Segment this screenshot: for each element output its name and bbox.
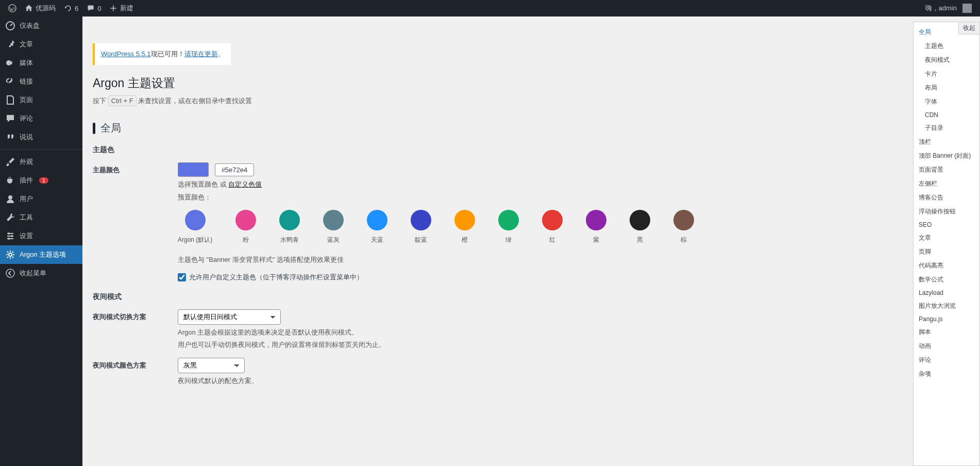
night-color-label: 夜间模式颜色方案 bbox=[93, 358, 178, 370]
sidebar-label: 外观 bbox=[20, 157, 33, 167]
user-menu[interactable]: 嗨，admin bbox=[921, 0, 976, 16]
allow-custom-checkbox[interactable] bbox=[178, 273, 186, 281]
toc-item[interactable]: 页脚 bbox=[914, 245, 979, 259]
swatch-label: 天蓝 bbox=[371, 236, 383, 244]
sidebar-item-wrench[interactable]: 工具 bbox=[0, 208, 82, 227]
toolbar-left: 优源码 6 0 新建 bbox=[4, 0, 138, 16]
toc-item[interactable]: 字体 bbox=[914, 95, 979, 109]
toc-item[interactable]: 杂项 bbox=[914, 367, 979, 381]
toc-item[interactable]: Pangu.js bbox=[914, 313, 979, 325]
color-swatch[interactable]: Argon (默认) bbox=[178, 210, 212, 244]
sidebar-item-settings[interactable]: 设置 bbox=[0, 227, 82, 245]
sidebar-item-dashboard[interactable]: 仪表盘 bbox=[0, 16, 82, 35]
toc-item[interactable]: Lazyload bbox=[914, 287, 979, 299]
custom-color-link[interactable]: 自定义色值 bbox=[228, 180, 262, 188]
toc-item[interactable]: 脚本 bbox=[914, 325, 979, 339]
svg-point-5 bbox=[11, 235, 13, 237]
color-swatch[interactable]: 绿 bbox=[498, 210, 519, 244]
sidebar-label: 媒体 bbox=[20, 58, 33, 68]
toc-item[interactable]: 顶部 Banner (封面) bbox=[914, 149, 979, 163]
sidebar-item-pin[interactable]: 文章 bbox=[0, 35, 82, 54]
night-switch-select[interactable]: 默认使用日间模式 bbox=[178, 309, 281, 325]
sidebar-item-comment[interactable]: 评论 bbox=[0, 109, 82, 128]
toc-item[interactable]: 数学公式 bbox=[914, 273, 979, 287]
wp-version-link[interactable]: WordPress 5.5.1 bbox=[101, 50, 151, 58]
swatch-circle bbox=[323, 210, 344, 230]
sidebar-item-plugin[interactable]: 插件1 bbox=[0, 171, 82, 190]
media-icon bbox=[5, 58, 15, 68]
toc-item[interactable]: 左侧栏 bbox=[914, 177, 979, 191]
swatch-circle bbox=[235, 210, 256, 230]
color-swatch[interactable]: 黑 bbox=[630, 210, 650, 244]
new-content[interactable]: 新建 bbox=[105, 0, 138, 16]
update-now-link[interactable]: 请现在更新 bbox=[184, 50, 218, 58]
home-icon bbox=[25, 4, 33, 12]
comments-link[interactable]: 0 bbox=[82, 0, 105, 16]
toc-item[interactable]: SEO bbox=[914, 219, 979, 231]
updates-link[interactable]: 6 bbox=[60, 0, 82, 16]
sidebar-label: 插件 bbox=[20, 176, 33, 185]
theme-color-label: 主题颜色 bbox=[93, 162, 178, 175]
sidebar-item-collapse[interactable]: 收起菜单 bbox=[0, 264, 82, 282]
sidebar-item-brush[interactable]: 外观 bbox=[0, 153, 82, 171]
night-color-select[interactable]: 灰黑 bbox=[178, 358, 245, 373]
color-swatch[interactable]: 粉 bbox=[235, 210, 256, 244]
color-swatch[interactable]: 紫 bbox=[586, 210, 606, 244]
color-swatch[interactable]: 水鸭青 bbox=[279, 210, 300, 244]
color-preview[interactable] bbox=[178, 162, 209, 177]
sidebar-label: 收起菜单 bbox=[20, 269, 46, 278]
toc-item[interactable]: 动画 bbox=[914, 339, 979, 353]
toc-item[interactable]: 页面背景 bbox=[914, 163, 979, 177]
sidebar-label: 工具 bbox=[20, 213, 33, 222]
toc-item[interactable]: 子目录 bbox=[914, 121, 979, 135]
swatch-circle bbox=[279, 210, 300, 230]
toolbar-right: 嗨，admin bbox=[921, 0, 976, 16]
toc-item[interactable]: 代码高亮 bbox=[914, 259, 979, 273]
rightnav-collapse[interactable]: 收起 bbox=[958, 22, 980, 35]
toc-item[interactable]: CDN bbox=[914, 109, 979, 121]
toc-item[interactable]: 顶栏 bbox=[914, 135, 979, 149]
sidebar-label: 用户 bbox=[20, 194, 33, 204]
settings-icon bbox=[5, 231, 15, 241]
color-swatch[interactable]: 靛蓝 bbox=[411, 210, 431, 244]
sidebar-item-page[interactable]: 页面 bbox=[0, 91, 82, 109]
sidebar-item-user[interactable]: 用户 bbox=[0, 190, 82, 208]
toc-item[interactable]: 图片放大浏览 bbox=[914, 299, 979, 313]
toc-item[interactable]: 卡片 bbox=[914, 67, 979, 81]
toc-item[interactable]: 主题色 bbox=[914, 39, 979, 53]
main-content: WordPress 5.5.1现已可用！请现在更新。 Argon 主题设置 按下… bbox=[82, 33, 980, 404]
allow-custom-label: 允许用户自定义主题色（位于博客浮动操作栏设置菜单中） bbox=[189, 273, 363, 282]
sidebar-label: 文章 bbox=[20, 40, 33, 49]
sidebar-item-link[interactable]: 链接 bbox=[0, 72, 82, 91]
svg-point-7 bbox=[9, 253, 12, 256]
toc-item[interactable]: 文章 bbox=[914, 231, 979, 245]
color-swatch[interactable]: 橙 bbox=[454, 210, 475, 244]
avatar bbox=[962, 4, 972, 13]
toc-item[interactable]: 布局 bbox=[914, 81, 979, 95]
sidebar-item-gear[interactable]: Argon 主题选项 bbox=[0, 245, 82, 264]
toc-item[interactable]: 评论 bbox=[914, 353, 979, 367]
toc-item[interactable]: 夜间模式 bbox=[914, 53, 979, 67]
site-link[interactable]: 优源码 bbox=[21, 0, 60, 16]
section-global: 全局 bbox=[93, 121, 877, 135]
setting-night-switch: 夜间模式切换方案 默认使用日间模式 Argon 主题会根据这里的选项来决定是否默… bbox=[93, 309, 877, 350]
page-hint: 按下 Ctrl + F 来查找设置，或在右侧目录中查找设置 bbox=[93, 96, 877, 106]
gear-icon bbox=[5, 249, 15, 260]
user-icon bbox=[5, 194, 15, 204]
swatch-label: 黑 bbox=[637, 236, 643, 244]
color-swatch[interactable]: 棕 bbox=[673, 210, 694, 244]
toc-item[interactable]: 浮动操作按钮 bbox=[914, 205, 979, 219]
swatch-label: 紫 bbox=[593, 236, 599, 244]
swatch-circle bbox=[630, 210, 650, 230]
quote-icon bbox=[5, 132, 15, 142]
toc-item[interactable]: 博客公告 bbox=[914, 191, 979, 205]
sidebar-label: 链接 bbox=[20, 77, 33, 86]
color-swatch[interactable]: 蓝灰 bbox=[323, 210, 344, 244]
swatch-circle bbox=[367, 210, 387, 230]
swatch-circle bbox=[542, 210, 563, 230]
sidebar-item-quote[interactable]: 说说 bbox=[0, 128, 82, 146]
sidebar-item-media[interactable]: 媒体 bbox=[0, 54, 82, 72]
wp-logo[interactable] bbox=[4, 0, 21, 16]
color-swatch[interactable]: 天蓝 bbox=[367, 210, 387, 244]
color-swatch[interactable]: 红 bbox=[542, 210, 563, 244]
